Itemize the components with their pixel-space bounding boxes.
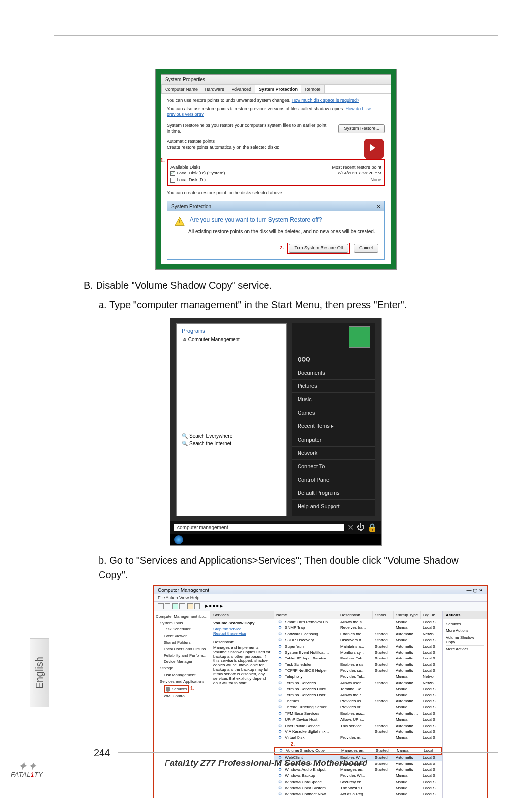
desktop-shortcut[interactable]: install_flash... bbox=[360, 139, 387, 165]
tree-node[interactable]: Disk Management bbox=[156, 672, 208, 678]
start-menu-item[interactable]: Pictures bbox=[292, 380, 375, 393]
service-row[interactable]: ⚙ Windows BackupProvides Wi...ManualLoca… bbox=[274, 773, 442, 779]
actions-item[interactable]: More Actions bbox=[446, 646, 484, 652]
search-internet[interactable]: 🔍Search the Internet bbox=[182, 440, 281, 447]
instruction-step-b: B. Disable "Volume Shadow Copy" service. bbox=[84, 278, 488, 293]
label: Automatic restore points bbox=[167, 139, 385, 145]
callout-2: 2. bbox=[280, 245, 284, 250]
tab-selected[interactable]: System Protection bbox=[255, 85, 301, 93]
start-menu-item[interactable]: Network bbox=[292, 447, 375, 460]
start-menu-item[interactable]: Computer bbox=[292, 433, 375, 447]
toolbar-icon[interactable] bbox=[158, 603, 164, 609]
tree-node[interactable]: WMI Control bbox=[156, 693, 208, 699]
cancel-button[interactable]: Cancel bbox=[354, 244, 378, 253]
restart-link[interactable]: Restart the service bbox=[213, 631, 271, 636]
actions-item[interactable]: More Actions bbox=[446, 627, 484, 634]
actions-sub: Volume Shadow Copy bbox=[446, 634, 484, 646]
tree-node[interactable]: Shared Folders bbox=[156, 639, 208, 646]
menu-bar[interactable]: File Action View Help bbox=[154, 594, 487, 602]
turn-off-button[interactable]: Turn System Restore Off bbox=[289, 244, 348, 253]
taskbar bbox=[170, 534, 381, 545]
tree-node[interactable]: Reliability and Perform... bbox=[156, 652, 208, 659]
start-menu-item[interactable]: Default Programs bbox=[292, 486, 375, 500]
service-row[interactable]: ⚙ Software LicensingEnables the ...Start… bbox=[274, 631, 442, 637]
start-menu-item[interactable]: Music bbox=[292, 393, 375, 406]
minimize-icon[interactable]: — bbox=[466, 588, 471, 593]
service-row[interactable]: ⚙ Virtual DiskProvides m...ManualLocal S bbox=[274, 735, 442, 741]
tree-node[interactable]: Event Viewer bbox=[156, 633, 208, 639]
start-menu-item[interactable]: Control Panel bbox=[292, 473, 375, 486]
search-everywhere[interactable]: 🔍Search Everywhere bbox=[182, 432, 281, 440]
checkbox-icon[interactable] bbox=[170, 178, 175, 183]
toolbar-icon[interactable] bbox=[165, 603, 170, 609]
brand-logo: ✦✦ FATAL1TY bbox=[11, 762, 43, 778]
wings-icon: ✦✦ bbox=[11, 762, 43, 771]
dialog-body: All existing restore points on the disk … bbox=[188, 228, 377, 235]
language-tab: English bbox=[30, 638, 49, 707]
stop-link[interactable]: Stop the service bbox=[213, 627, 271, 631]
service-row[interactable]: ⚙ Terminal Services User...Allows the r.… bbox=[274, 693, 442, 698]
system-restore-button[interactable]: System Restore... bbox=[338, 124, 385, 133]
service-row[interactable]: ⚙ SuperfetchMaintains a...StartedAutomat… bbox=[274, 644, 442, 650]
start-menu-item[interactable]: Help and Support bbox=[292, 500, 375, 513]
toolbar-icon[interactable] bbox=[172, 603, 178, 609]
lock-icon[interactable]: 🔒 bbox=[367, 523, 377, 532]
service-row[interactable]: ⚙ Terminal ServicesAllows user...Started… bbox=[274, 680, 442, 686]
service-row[interactable]: ⚙ TelephonyProvides Tel...ManualNetwo bbox=[274, 674, 442, 680]
tree-node[interactable]: Local Users and Groups bbox=[156, 646, 208, 652]
tree-node[interactable]: Storage bbox=[156, 665, 208, 671]
service-row[interactable]: ⚙ Windows Connect Now ...Act as a Reg...… bbox=[274, 791, 442, 797]
tab[interactable]: Remote bbox=[301, 85, 325, 93]
service-row[interactable]: ⚙ ThemesProvides us...StartedAutomaticLo… bbox=[274, 698, 442, 704]
dialog-question: Are you sure you want to turn System Res… bbox=[190, 216, 322, 223]
start-orb-icon[interactable] bbox=[174, 535, 183, 544]
actions-header: Actions bbox=[443, 611, 487, 619]
service-row[interactable]: ⚙ Smart Card Removal Po...Allows the s..… bbox=[274, 619, 442, 625]
start-menu-item[interactable]: Games bbox=[292, 406, 375, 419]
service-row[interactable]: ⚙ VIA Karaoke digital mix...StartedAutom… bbox=[274, 729, 442, 735]
username[interactable]: QQQ bbox=[292, 353, 375, 366]
close-icon[interactable]: ✕ bbox=[376, 203, 380, 209]
tree-node[interactable]: Task Scheduler bbox=[156, 626, 208, 632]
start-menu-item[interactable]: Documents bbox=[292, 366, 375, 380]
start-menu-item[interactable]: Connect To bbox=[292, 460, 375, 473]
service-row[interactable]: ⚙ Windows CardSpaceSecurely en...ManualL… bbox=[274, 779, 442, 785]
tree-node[interactable]: Services and Applications bbox=[156, 678, 208, 685]
flash-installer-icon bbox=[364, 139, 384, 159]
service-row[interactable]: ⚙ UPnP Device HostAllows UPn...ManualLoc… bbox=[274, 717, 442, 723]
close-icon[interactable]: ✕ bbox=[479, 588, 483, 593]
checkbox-icon[interactable] bbox=[170, 171, 175, 176]
service-row[interactable]: ⚙ Terminal Services Confi...Terminal Se.… bbox=[274, 686, 442, 692]
tree-root[interactable]: Computer Management (Local) bbox=[156, 613, 208, 620]
power-icon[interactable]: ⏻ bbox=[357, 523, 365, 532]
program-item[interactable]: 🖥 Computer Management bbox=[182, 336, 281, 343]
page-footer: 244 Fatal1ty Z77 Professional-M Series M… bbox=[0, 752, 532, 768]
service-row[interactable]: ⚙ Tablet PC Input ServiceEnables Tab...S… bbox=[274, 656, 442, 661]
desc-text: Manages and implements Volume Shadow Cop… bbox=[213, 645, 271, 685]
tab[interactable]: Computer Name bbox=[161, 85, 201, 93]
service-row[interactable]: ⚙ Windows Color SystemThe WcsPlu...Manua… bbox=[274, 785, 442, 791]
start-menu-item[interactable]: Recent Items ▸ bbox=[292, 419, 375, 433]
tree-node[interactable]: System Tools bbox=[156, 620, 208, 626]
service-row[interactable]: ⚙ Thread Ordering ServerProvides or...Ma… bbox=[274, 704, 442, 710]
service-row[interactable]: ⚙ TPM Base ServicesEnables acc...Automat… bbox=[274, 711, 442, 717]
service-row[interactable]: ⚙ System Event Notificati...Monitors sy.… bbox=[274, 650, 442, 656]
toolbar-icon[interactable] bbox=[179, 603, 185, 609]
toolbar-icon[interactable] bbox=[194, 603, 200, 609]
service-row[interactable]: ⚙ SNMP TrapReceives tra...ManualLocal S bbox=[274, 625, 442, 631]
info-text: System Restore helps you restore your co… bbox=[167, 123, 330, 134]
tab[interactable]: Advanced bbox=[228, 85, 255, 93]
service-row[interactable]: ⚙ SSDP DiscoveryDiscovers n...StartedMan… bbox=[274, 637, 442, 643]
toolbar-icon[interactable] bbox=[187, 603, 193, 609]
search-input[interactable]: computer management bbox=[174, 524, 344, 531]
callout-1: 1. bbox=[190, 686, 194, 691]
service-row[interactable]: ⚙ Task SchedulerEnables a us...StartedAu… bbox=[274, 662, 442, 668]
page-number: 244 bbox=[94, 747, 110, 759]
service-row[interactable]: ⚙ User Profile ServiceThis service ...St… bbox=[274, 723, 442, 729]
link[interactable]: How much disk space is required? bbox=[292, 98, 359, 103]
service-row[interactable]: ⚙ TCP/IP NetBIOS HelperProvides su...Sta… bbox=[274, 668, 442, 674]
clear-icon[interactable]: ✕ bbox=[347, 523, 354, 532]
tab[interactable]: Hardware bbox=[201, 85, 228, 93]
maximize-icon[interactable]: ▢ bbox=[473, 588, 477, 593]
tree-node[interactable]: Device Manager bbox=[156, 659, 208, 665]
